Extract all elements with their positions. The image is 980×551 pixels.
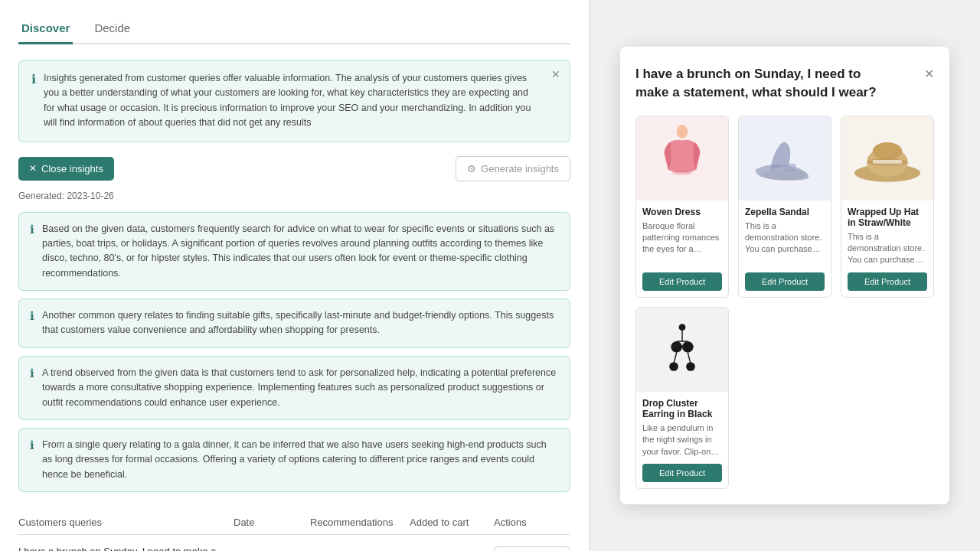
- product-card-2: Zepella Sandal This is a demonstration s…: [738, 116, 831, 298]
- info-icon: ℹ: [31, 72, 36, 86]
- svg-point-10: [671, 341, 682, 353]
- product-card-3: Wrapped Up Hat in Straw/White This is a …: [841, 116, 934, 298]
- edit-product-button-2[interactable]: Edit Product: [745, 272, 825, 291]
- actions-bar: ✕ Close insights ⚙ Generate insights: [18, 156, 570, 181]
- col-query: Customers queries: [18, 517, 234, 528]
- info-box-text: Insights generated from customer queries…: [44, 71, 557, 131]
- insight-icon-1: ℹ: [30, 223, 34, 282]
- table-row: I have a brunch on Sunday, I need to mak…: [18, 535, 570, 551]
- svg-line-15: [688, 352, 691, 364]
- generate-insights-button[interactable]: ⚙ Generate insights: [456, 156, 570, 181]
- svg-point-17: [686, 362, 695, 371]
- svg-point-1: [672, 170, 692, 174]
- col-added-to-cart: Added to cart: [410, 517, 494, 528]
- modal-close-button[interactable]: ✕: [924, 67, 934, 81]
- product-name-1: Woven Dress: [642, 207, 722, 217]
- product-info-1: Woven Dress Baroque floral patterning ro…: [636, 201, 728, 272]
- svg-rect-7: [873, 160, 902, 164]
- product-desc-1: Baroque floral patterning romances the e…: [642, 220, 722, 256]
- product-image-2: [739, 116, 831, 201]
- modal-header: I have a brunch on Sunday, I need to mak…: [635, 65, 934, 102]
- product-info-2: Zepella Sandal This is a demonstration s…: [739, 201, 831, 272]
- svg-point-5: [873, 142, 902, 160]
- close-insights-button[interactable]: ✕ Close insights: [18, 157, 114, 181]
- product-grid-top: Woven Dress Baroque floral patterning ro…: [635, 116, 934, 298]
- left-panel: Discover Decide ℹ Insights generated fro…: [0, 0, 590, 551]
- product-card-1: Woven Dress Baroque floral patterning ro…: [635, 116, 729, 298]
- x-icon: ✕: [29, 163, 37, 174]
- insight-card-2: ℹ Another common query relates to findin…: [18, 298, 570, 348]
- product-desc-2: This is a demonstration store. You can p…: [745, 220, 825, 256]
- insight-icon-2: ℹ: [30, 309, 34, 338]
- product-grid-bottom: Drop Cluster Earring in Black Like a pen…: [635, 307, 934, 489]
- insight-text-2: Another common query relates to finding …: [42, 308, 559, 338]
- info-box: ℹ Insights generated from customer queri…: [18, 60, 570, 142]
- product-image-4: [636, 308, 728, 392]
- col-recommendations: Recommendations: [310, 517, 410, 528]
- insight-card-4: ℹ From a single query relating to a gala…: [18, 428, 570, 492]
- tabs: Discover Decide: [18, 15, 570, 44]
- product-desc-4: Like a pendulum in the night swings in y…: [642, 422, 722, 458]
- right-panel: I have a brunch on Sunday, I need to mak…: [590, 0, 980, 551]
- product-image-1: [636, 116, 728, 201]
- insight-card-3: ℹ A trend observed from the given data i…: [18, 356, 570, 420]
- close-insights-label: Close insights: [41, 163, 103, 174]
- product-name-2: Zepella Sandal: [745, 207, 825, 217]
- col-actions: Actions: [494, 517, 570, 528]
- info-box-close[interactable]: ✕: [551, 68, 560, 80]
- insight-text-3: A trend observed from the given data is …: [42, 366, 559, 410]
- generate-insights-label: Generate insights: [481, 163, 559, 174]
- product-card-4: Drop Cluster Earring in Black Like a pen…: [635, 307, 729, 489]
- tab-decide[interactable]: Decide: [91, 15, 133, 44]
- insight-card-1: ℹ Based on the given data, customers fre…: [18, 212, 570, 292]
- product-info-3: Wrapped Up Hat in Straw/White This is a …: [841, 201, 933, 272]
- product-desc-3: This is a demonstration store. You can p…: [848, 231, 927, 266]
- modal: I have a brunch on Sunday, I need to mak…: [620, 47, 949, 504]
- table-header: Customers queries Date Recommendations A…: [18, 510, 570, 535]
- product-image-3: [841, 116, 933, 201]
- col-date: Date: [234, 517, 310, 528]
- insight-icon-4: ℹ: [30, 439, 34, 482]
- modal-title: I have a brunch on Sunday, I need to mak…: [635, 65, 896, 102]
- customers-table: Customers queries Date Recommendations A…: [18, 510, 570, 551]
- product-name-3: Wrapped Up Hat in Straw/White: [848, 207, 927, 228]
- product-name-4: Drop Cluster Earring in Black: [642, 398, 722, 419]
- edit-product-button-3[interactable]: Edit Product: [848, 272, 927, 291]
- gear-icon: ⚙: [467, 163, 476, 174]
- insight-text-4: From a single query relating to a gala d…: [42, 438, 559, 482]
- view-button[interactable]: 👁 View: [494, 546, 570, 551]
- svg-point-2: [763, 168, 807, 180]
- product-info-4: Drop Cluster Earring in Black Like a pen…: [636, 392, 728, 464]
- row-query: I have a brunch on Sunday, I need to mak…: [18, 546, 234, 551]
- insight-text-1: Based on the given data, customers frequ…: [42, 222, 559, 282]
- svg-line-14: [674, 352, 677, 364]
- tab-discover[interactable]: Discover: [18, 15, 73, 44]
- insights-list: ℹ Based on the given data, customers fre…: [18, 212, 570, 493]
- svg-point-8: [679, 324, 686, 331]
- svg-point-11: [682, 341, 694, 353]
- insight-icon-3: ℹ: [30, 367, 34, 410]
- generated-date: Generated: 2023-10-26: [18, 191, 570, 201]
- edit-product-button-4[interactable]: Edit Product: [642, 464, 722, 482]
- edit-product-button-1[interactable]: Edit Product: [642, 272, 722, 291]
- svg-point-0: [677, 125, 688, 139]
- svg-point-16: [669, 362, 678, 371]
